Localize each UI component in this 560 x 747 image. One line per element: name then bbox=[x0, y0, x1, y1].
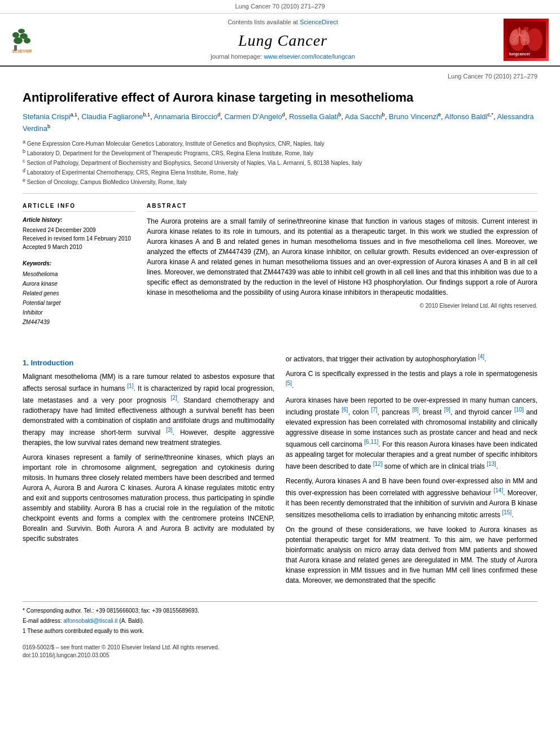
svg-text:lungcancer: lungcancer bbox=[509, 52, 531, 56]
citation-text: Lung Cancer 70 (2010) 271–279 bbox=[235, 3, 325, 10]
svg-point-5 bbox=[24, 38, 30, 43]
abstract-header: ABSTRACT bbox=[147, 202, 537, 212]
article-citation: Lung Cancer 70 (2010) 271–279 bbox=[23, 72, 537, 81]
keyword-1: Aurora kinase bbox=[23, 279, 135, 289]
elsevier-logo: ELSEVIER bbox=[11, 23, 62, 56]
affiliations: a Gene Expression Core-Human Molecular G… bbox=[23, 139, 537, 194]
author-4: Rossella Galati bbox=[289, 112, 338, 121]
sciencedirect-link[interactable]: ScienceDirect bbox=[300, 19, 338, 25]
copyright-line: © 2010 Elsevier Ireland Ltd. All rights … bbox=[147, 302, 537, 310]
intro-para-0: Malignant mesothelioma (MM) is a rare tu… bbox=[23, 372, 274, 448]
issn-line: 0169-5002/$ – see front matter © 2010 El… bbox=[23, 644, 537, 652]
keyword-4: Inhibitor bbox=[23, 308, 135, 317]
svg-point-4 bbox=[18, 29, 25, 33]
author-2: Annamaria Biroccio bbox=[154, 112, 217, 121]
affiliation-3: d Laboratory of Experimental Chemotherap… bbox=[23, 168, 537, 177]
body-left-col: 1. Introduction Malignant mesothelioma (… bbox=[23, 352, 274, 590]
abstract-col: ABSTRACT The Aurora proteins are a small… bbox=[147, 202, 537, 335]
right-para-4: On the ground of these considerations, w… bbox=[286, 525, 537, 586]
journal-center: Contents lists available at ScienceDirec… bbox=[62, 18, 504, 61]
email-line: E-mail address: alfonsobaldi@tiscali.it … bbox=[23, 617, 537, 625]
info-abstract-section: ARTICLE INFO Article history: Received 2… bbox=[23, 202, 537, 335]
email-address[interactable]: alfonsobaldi@tiscali.it bbox=[63, 618, 117, 624]
svg-point-8 bbox=[510, 28, 526, 51]
author-0: Stefania Crispi bbox=[23, 112, 71, 121]
keyword-0: Mesothelioma bbox=[23, 269, 135, 279]
contents-available: Contents lists available at ScienceDirec… bbox=[62, 18, 504, 27]
svg-text:ELSEVIER: ELSEVIER bbox=[12, 49, 32, 53]
author-1: Claudia Fagliarone bbox=[81, 112, 143, 121]
received-date: Received 24 December 2009 bbox=[23, 226, 135, 234]
doi-line: doi:10.1016/j.lungcan.2010.03.005 bbox=[23, 652, 537, 659]
abstract-text: The Aurora proteins are a small family o… bbox=[147, 216, 537, 298]
right-para-0: or activators, that trigger their activa… bbox=[286, 352, 537, 364]
journal-homepage: journal homepage: www.elsevier.com/locat… bbox=[62, 53, 504, 61]
intro-para-1: Aurora kinases represent a family of ser… bbox=[23, 452, 274, 544]
main-body: 1. Introduction Malignant mesothelioma (… bbox=[0, 347, 560, 601]
svg-rect-10 bbox=[524, 27, 528, 41]
showed-word: showed bbox=[514, 546, 537, 554]
keywords-list: Mesothelioma Aurora kinase Related genes… bbox=[23, 269, 135, 327]
keyword-5: ZM447439 bbox=[23, 317, 135, 327]
corresponding-author: * Corresponding author. Tel.: +39 081566… bbox=[23, 606, 537, 615]
article-info-header: ARTICLE INFO bbox=[23, 202, 135, 212]
article-content: Lung Cancer 70 (2010) 271–279 Antiprolif… bbox=[0, 67, 560, 347]
journal-header: ELSEVIER Contents lists available at Sci… bbox=[0, 14, 560, 67]
article-title: Antiproliferative effect of Aurora kinas… bbox=[23, 90, 537, 106]
keywords-section: Keywords: Mesothelioma Aurora kinase Rel… bbox=[23, 260, 135, 327]
author-6: Bruno Vincenzi bbox=[389, 112, 438, 121]
keyword-3: Potential target bbox=[23, 298, 135, 308]
author-3: Carmen D'Angelo bbox=[224, 112, 282, 121]
revised-date: Received in revised form 14 February 201… bbox=[23, 234, 135, 243]
affiliation-2: c Section of Pathology, Department of Bi… bbox=[23, 159, 537, 167]
right-para-2: Aurora kinases have been reported to be … bbox=[286, 395, 537, 471]
keyword-2: Related genes bbox=[23, 289, 135, 298]
right-para-3: Recently, Aurora kinases A and B have be… bbox=[286, 476, 537, 520]
author-5: Ada Sacchi bbox=[345, 112, 382, 121]
svg-point-9 bbox=[527, 28, 542, 51]
page: Lung Cancer 70 (2010) 271–279 ELSEVIER C… bbox=[0, 0, 560, 747]
homepage-url[interactable]: www.elsevier.com/locate/lungcan bbox=[264, 53, 355, 60]
footnotes: * Corresponding author. Tel.: +39 081566… bbox=[23, 601, 537, 641]
elsevier-logo-svg: ELSEVIER bbox=[11, 23, 59, 54]
body-two-col: 1. Introduction Malignant mesothelioma (… bbox=[23, 352, 537, 590]
equal-contribution: 1 These authors contributed equally to t… bbox=[23, 627, 537, 635]
body-right-col: or activators, that trigger their activa… bbox=[286, 352, 537, 590]
right-para-1: Aurora C is specifically expressed in th… bbox=[286, 369, 537, 391]
article-info-col: ARTICLE INFO Article history: Received 2… bbox=[23, 202, 135, 335]
history-label: Article history: bbox=[23, 216, 135, 224]
affiliation-0: a Gene Expression Core-Human Molecular G… bbox=[23, 139, 537, 148]
author-7: Alfonso Baldi bbox=[445, 112, 488, 121]
intro-section-title: 1. Introduction bbox=[23, 358, 274, 368]
accepted-date: Accepted 9 March 2010 bbox=[23, 243, 135, 251]
svg-point-3 bbox=[12, 32, 19, 38]
journal-title: Lung Cancer bbox=[62, 29, 504, 51]
keywords-label: Keywords: bbox=[23, 260, 135, 268]
article-history: Article history: Received 24 December 20… bbox=[23, 216, 135, 251]
svg-rect-7 bbox=[506, 21, 546, 58]
lung-cancer-logo-image: lungcancer bbox=[504, 19, 549, 61]
affiliation-1: b Laboratory D, Department for the Devel… bbox=[23, 149, 537, 158]
doi-section: 0169-5002/$ – see front matter © 2010 El… bbox=[0, 641, 560, 662]
authors-line: Stefania Crispia,1, Claudia Fagliaroneb,… bbox=[23, 111, 537, 135]
top-bar: Lung Cancer 70 (2010) 271–279 bbox=[0, 0, 560, 14]
affiliation-4: e Section of Oncology, Campus BioMedico … bbox=[23, 178, 537, 186]
